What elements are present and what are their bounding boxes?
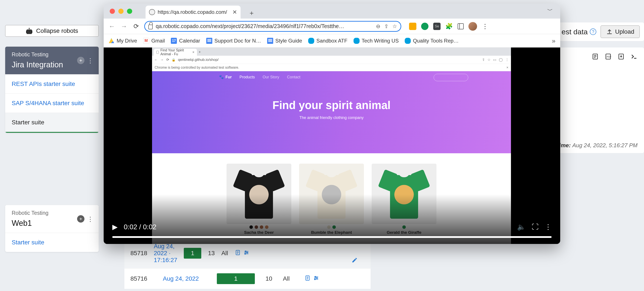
download-icon[interactable] [618,53,624,60]
suite-item-sap[interactable]: SAP S/4HANA starter suite [5,94,99,113]
reload-icon: ⟳ [166,58,169,62]
bookmark-sandbox[interactable]: Sandbox ATF [308,38,348,44]
more-icon[interactable]: ⋮ [87,57,94,64]
salesforce-icon [308,38,314,44]
lock-icon [148,24,153,29]
bookmark-mydrive[interactable]: My Drive [108,38,137,44]
sliders-icon[interactable] [313,275,319,282]
log-icon[interactable] [592,53,599,60]
hero-section: 🐾 Fur Products Our Story Contact Find yo… [152,71,511,153]
run-datetime[interactable]: Aug 24, 2022 [163,275,210,282]
globe-icon [149,9,155,15]
edit-icon[interactable] [352,257,358,265]
video-controls: ▶ 0:02 / 0:02 🔈 ⛶ ⋮ [104,194,560,244]
close-window-icon[interactable] [110,9,115,14]
profile-icon: ◯ [499,58,503,62]
grammarly-icon[interactable] [421,23,428,30]
close-tab-icon[interactable]: ✕ [232,9,237,16]
more-icon[interactable]: ⋮ [87,215,94,223]
tab-title: https://qa.robotic.copado.com/ [158,9,227,15]
browser-tab[interactable]: https://qa.robotic.copado.com/ ✕ [146,6,240,18]
reload-button[interactable]: ⟳ [132,22,140,30]
star-icon: ☆ [488,58,490,62]
inner-browser-tab: Find Your Spirit Animal - Fu × [154,49,197,56]
run-row[interactable]: 85716 Aug 24, 2022 1 10 All [124,268,370,289]
tablist-chevron-icon[interactable]: ﹀ [547,7,553,14]
minimize-window-icon[interactable] [118,9,124,14]
menu-icon: ⋮ [505,58,509,62]
zoom-icon[interactable]: ⊖ [376,23,380,29]
doc-icon[interactable] [304,275,310,282]
run-id: 85718 [130,250,147,257]
video-progress[interactable] [112,236,552,238]
card-subtitle: Robotic Testing [12,210,77,216]
pdf-icon[interactable]: PDF [605,53,612,60]
gmail-icon [143,38,149,44]
calendar-icon: 17 [171,38,177,44]
extensions-icon[interactable]: 🧩 [445,23,453,30]
add-icon[interactable]: + [77,215,84,222]
svg-text:PDF: PDF [607,56,612,58]
profile-avatar[interactable] [468,22,477,31]
hero-subtitle: The animal friendly clothing company [152,116,511,120]
collapse-robots-button[interactable]: 🤖 Collapse robots [5,25,99,37]
suite-item-starter[interactable]: Starter suite [5,233,99,252]
video-time: 0:02 / 0:02 [124,223,156,231]
star-icon[interactable]: ☆ [392,23,397,29]
chrome-menu-icon[interactable]: ⋮ [482,22,488,30]
side-panel-icon[interactable] [458,23,464,29]
drive-icon [108,38,114,44]
new-tab-button[interactable]: ＋ [248,9,254,15]
automation-infobar: Chrome is being controlled by automated … [152,64,511,71]
inner-url: qentinelqi.github.io/shop/ [178,58,480,62]
svg-point-12 [314,279,316,280]
forward-button[interactable]: → [120,22,128,30]
address-bar[interactable]: qa.robotic.copado.com/next/project/23627… [144,21,401,32]
bookmarks-overflow-icon[interactable]: » [552,37,556,44]
run-datetime[interactable]: Aug 24, 2022 · 17:16:27 [154,243,177,264]
bookmark-supportdoc[interactable]: Support Doc for N… [206,38,261,44]
result-badge: 1 [184,248,202,258]
play-button[interactable]: ▶ [112,223,118,231]
card-subtitle: Robotic Testing [12,52,77,58]
maximize-window-icon[interactable] [127,9,132,14]
inner-toolbar: ← → ⟳ 🔒 qentinelqi.github.io/shop/ ⇪ ☆ ▭… [152,56,511,64]
fullscreen-button[interactable]: ⛶ [532,223,538,231]
doc-icon[interactable] [235,250,241,257]
bookmark-calendar[interactable]: 17Calendar [171,38,200,44]
suite-item-starter[interactable]: Starter suite [5,113,99,133]
help-icon[interactable]: ? [590,28,596,35]
selenium-icon[interactable]: Se [433,23,440,30]
back-button[interactable]: ← [108,22,116,30]
bookmark-styleguide[interactable]: Style Guide [267,38,302,44]
share-icon[interactable]: ⇪ [384,23,388,29]
video-menu-button[interactable]: ⋮ [545,223,552,231]
upload-button[interactable]: Upload [600,26,640,38]
terminal-icon[interactable] [630,53,638,60]
result-badge: 1 [217,273,255,284]
robot-icon: 🤖 [26,28,32,34]
robot-card-web1: Robotic Testing Web1 + ⋮ Starter suite [5,205,99,252]
suite-item-rest-apis[interactable]: REST APIs starter suite [5,74,99,94]
close-icon: × [506,66,508,70]
bookmark-techwriting[interactable]: Tech Writing US [354,38,399,44]
browser-window: https://qa.robotic.copado.com/ ✕ ＋ ﹀ ← →… [104,4,560,244]
volume-button[interactable]: 🔈 [517,223,526,231]
bookmark-qualitytools[interactable]: Quality Tools Rep… [405,38,459,44]
hero-pill [434,74,468,81]
gdoc-icon [267,38,273,44]
bookmark-gmail[interactable]: Gmail [143,38,165,44]
add-icon[interactable]: + [77,57,84,64]
paw-icon: 🐾 [219,75,224,80]
salesforce-icon [354,38,360,44]
svg-point-10 [315,276,316,277]
sliders-icon[interactable] [244,250,250,257]
card-header: Robotic Testing Web1 + ⋮ [5,205,99,233]
run-scope: All [283,275,298,282]
test-data-label: est data [562,28,588,36]
forward-icon: → [160,58,164,62]
extension-icon[interactable] [409,23,416,30]
card-title: Web1 [12,218,77,228]
tab-strip: https://qa.robotic.copado.com/ ✕ ＋ ﹀ [104,4,560,18]
card-header: Robotic Testing Jira Integration + ⋮ [5,47,99,74]
